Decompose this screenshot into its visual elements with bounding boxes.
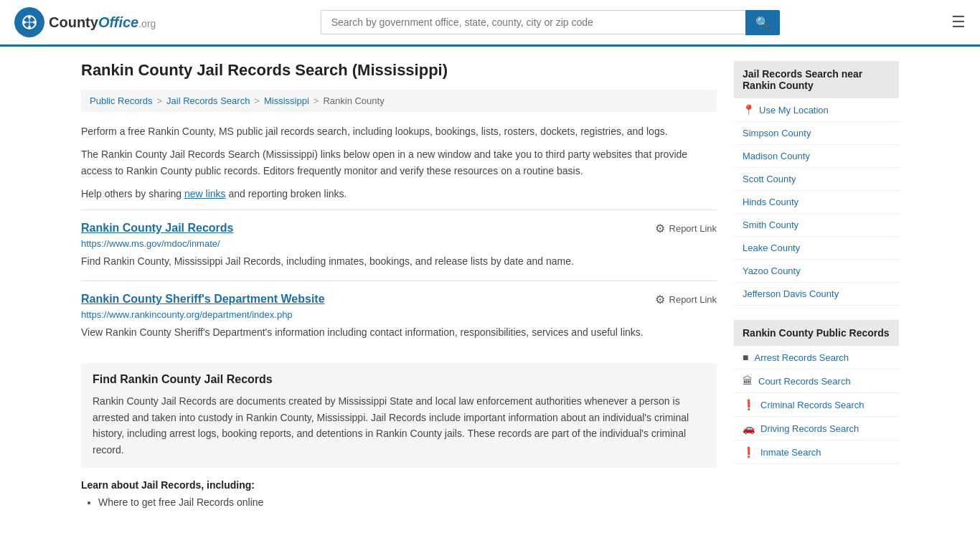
menu-icon[interactable]: ☰ [951, 13, 966, 32]
page-title: Rankin County Jail Records Search (Missi… [81, 61, 717, 80]
court-records-link[interactable]: Court Records Search [758, 376, 851, 387]
sidebar: Jail Records Search near Rankin County 📍… [734, 61, 899, 511]
content-area: Rankin County Jail Records Search (Missi… [81, 61, 717, 511]
breadcrumb-sep-3: > [314, 95, 319, 106]
search-area: 🔍 [321, 10, 780, 35]
arrest-records-link[interactable]: Arrest Records Search [754, 352, 849, 363]
nearby-county-link-4[interactable]: Hinds County [734, 191, 899, 213]
driving-records-link[interactable]: Driving Records Search [760, 423, 859, 434]
record-desc-2: View Rankin County Sheriff's Department'… [81, 324, 717, 340]
pub-record-1[interactable]: ■ Arrest Records Search [734, 346, 899, 369]
breadcrumb-mississippi[interactable]: Mississippi [264, 95, 309, 106]
record-url-2[interactable]: https://www.rankincounty.org/department/… [81, 309, 717, 320]
nearby-county-link-5[interactable]: Smith County [734, 214, 899, 236]
arrest-icon: ■ [743, 352, 748, 363]
nearby-list: 📍 Use My Location Simpson County Madison… [734, 98, 899, 306]
nearby-county-5[interactable]: Smith County [734, 214, 899, 237]
description-3: Help others by sharing new links and rep… [81, 186, 717, 202]
learn-list: Where to get free Jail Records online [81, 496, 717, 508]
nearby-county-link-6[interactable]: Leake County [734, 237, 899, 259]
public-records-heading: Rankin County Public Records [734, 320, 899, 346]
nearby-county-3[interactable]: Scott County [734, 168, 899, 191]
nearby-county-link-1[interactable]: Simpson County [734, 122, 899, 144]
pub-record-2[interactable]: 🏛 Court Records Search [734, 369, 899, 393]
nearby-county-7[interactable]: Yazoo County [734, 260, 899, 283]
breadcrumb-rankin: Rankin County [323, 95, 384, 106]
use-location-label: Use My Location [759, 105, 829, 116]
desc3-post: and reporting broken links. [226, 188, 347, 199]
public-records-box: Rankin County Public Records ■ Arrest Re… [734, 320, 899, 464]
description-2: The Rankin County Jail Records Search (M… [81, 146, 717, 179]
report-label-2: Report Link [669, 294, 717, 305]
find-section: Find Rankin County Jail Records Rankin C… [81, 363, 717, 468]
learn-heading: Learn about Jail Records, including: [81, 479, 717, 491]
breadcrumb-sep-1: > [156, 95, 162, 106]
search-icon: 🔍 [755, 17, 770, 29]
pub-record-4[interactable]: 🚗 Driving Records Search [734, 417, 899, 441]
record-card-1: Rankin County Jail Records ⚙ Report Link… [81, 209, 717, 281]
new-links-link[interactable]: new links [184, 188, 226, 199]
breadcrumb-jail-records[interactable]: Jail Records Search [166, 95, 250, 106]
learn-section: Learn about Jail Records, including: Whe… [81, 479, 717, 508]
nearby-county-link-3[interactable]: Scott County [734, 168, 899, 190]
pin-icon: 📍 [743, 104, 755, 116]
driving-icon: 🚗 [743, 423, 755, 434]
nearby-county-link-2[interactable]: Madison County [734, 145, 899, 167]
public-records-list: ■ Arrest Records Search 🏛 Court Records … [734, 346, 899, 464]
nearby-county-link-7[interactable]: Yazoo County [734, 260, 899, 282]
nearby-box: Jail Records Search near Rankin County 📍… [734, 61, 899, 306]
record-card-2: Rankin County Sheriff's Department Websi… [81, 281, 717, 352]
find-heading: Find Rankin County Jail Records [93, 373, 705, 386]
report-link-2[interactable]: ⚙ Report Link [655, 293, 717, 306]
main-container: Rankin County Jail Records Search (Missi… [67, 47, 913, 525]
report-icon-1: ⚙ [655, 222, 665, 235]
nearby-heading: Jail Records Search near Rankin County [734, 61, 899, 98]
record-title-2[interactable]: Rankin County Sheriff's Department Websi… [81, 293, 325, 306]
nearby-county-4[interactable]: Hinds County [734, 191, 899, 214]
breadcrumb-sep-2: > [254, 95, 260, 106]
site-header: CountyOffice.org 🔍 ☰ [0, 0, 980, 47]
find-text: Rankin County Jail Records are documents… [93, 393, 705, 458]
desc3-pre: Help others by sharing [81, 188, 184, 199]
logo-svg [19, 12, 39, 32]
learn-item-1: Where to get free Jail Records online [98, 496, 717, 508]
court-icon: 🏛 [743, 375, 753, 387]
description-1: Perform a free Rankin County, MS public … [81, 123, 717, 139]
pub-record-5[interactable]: ❗ Inmate Search [734, 441, 899, 464]
record-desc-1: Find Rankin County, Mississippi Jail Rec… [81, 253, 717, 269]
logo-text: CountyOffice.org [49, 14, 156, 31]
criminal-records-link[interactable]: Criminal Records Search [760, 400, 864, 410]
record-title-1[interactable]: Rankin County Jail Records [81, 222, 234, 235]
report-icon-2: ⚙ [655, 293, 665, 306]
pub-record-3[interactable]: ❗ Criminal Records Search [734, 393, 899, 417]
breadcrumb-public-records[interactable]: Public Records [90, 95, 152, 106]
nearby-county-link-8[interactable]: Jefferson Davis County [734, 283, 899, 305]
logo-icon [14, 7, 44, 37]
nearby-county-1[interactable]: Simpson County [734, 122, 899, 145]
use-location-item[interactable]: 📍 Use My Location [734, 98, 899, 122]
inmate-icon: ❗ [743, 446, 755, 458]
record-header-2: Rankin County Sheriff's Department Websi… [81, 293, 717, 306]
inmate-search-link[interactable]: Inmate Search [760, 447, 821, 458]
nearby-county-2[interactable]: Madison County [734, 145, 899, 168]
search-input[interactable] [321, 10, 745, 34]
report-link-1[interactable]: ⚙ Report Link [655, 222, 717, 235]
record-header-1: Rankin County Jail Records ⚙ Report Link [81, 222, 717, 235]
record-url-1[interactable]: https://www.ms.gov/mdoc/inmate/ [81, 238, 717, 249]
criminal-icon: ❗ [743, 399, 755, 410]
nearby-county-6[interactable]: Leake County [734, 237, 899, 260]
nearby-county-8[interactable]: Jefferson Davis County [734, 283, 899, 306]
logo[interactable]: CountyOffice.org [14, 7, 156, 37]
use-location-link[interactable]: 📍 Use My Location [734, 98, 899, 121]
search-button[interactable]: 🔍 [745, 10, 780, 35]
breadcrumb: Public Records > Jail Records Search > M… [81, 90, 717, 112]
report-label-1: Report Link [669, 223, 717, 234]
